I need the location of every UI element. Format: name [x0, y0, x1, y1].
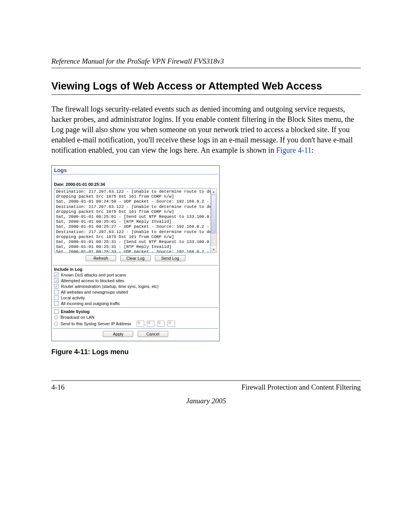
header-rule — [51, 68, 361, 68]
include-label: Attempted access to blocked sites — [61, 278, 124, 283]
header-reference: Reference Manual for the ProSafe VPN Fir… — [51, 57, 361, 66]
log-textarea[interactable]: Destination: 217.207.63.122 - [Unable to… — [54, 188, 211, 253]
radio-icon[interactable] — [54, 322, 58, 326]
logs-panel-rule — [53, 174, 218, 174]
log-buttons-row: Refresh Clear Log Send Log — [52, 255, 219, 261]
include-label: Local activity — [61, 296, 85, 300]
ip-octet-4[interactable]: 0 — [167, 321, 175, 327]
figure-reference-link[interactable]: Figure 4-11 — [276, 146, 311, 154]
page-number: 4-16 — [51, 383, 65, 391]
scroll-down-icon[interactable]: ▾ — [211, 246, 217, 252]
include-label: Known DoS attacks and port scans — [61, 273, 126, 277]
log-scrollbar[interactable]: ▴ ▾ — [211, 188, 217, 253]
section-title: Viewing Logs of Web Access or Attempted … — [51, 80, 361, 92]
cancel-button[interactable]: Cancel — [138, 331, 168, 337]
include-item-traffic: All incoming and outgoing traffic — [54, 301, 217, 306]
checkbox-icon[interactable] — [54, 296, 59, 300]
bottom-buttons-row: Apply Cancel — [52, 331, 219, 337]
include-label: Router administration (startup, time syn… — [61, 284, 159, 289]
footer-date: January 2005 — [51, 397, 361, 405]
radio-icon[interactable] — [54, 315, 58, 320]
body-paragraph: The firewall logs security-related event… — [51, 104, 361, 155]
figure-caption: Figure 4-11: Logs menu — [51, 348, 361, 356]
ip-address-input: 0. 0. 0. 0 — [137, 321, 175, 327]
footer-section: Firewall Protection and Content Filterin… — [242, 383, 361, 391]
include-item-admin: ✓ Router administration (startup, time s… — [54, 284, 217, 289]
title-rule — [51, 94, 361, 95]
include-item-websites: All websites and newsgroups visited — [54, 290, 217, 294]
divider — [53, 307, 218, 308]
checkbox-icon[interactable]: ✓ — [54, 284, 59, 289]
enable-syslog-label: Enable Syslog — [61, 309, 89, 314]
scroll-thumb[interactable] — [211, 195, 216, 233]
checkbox-icon[interactable]: ✓ — [54, 273, 59, 277]
syslog-broadcast-row: Broadcast on LAN — [54, 315, 217, 320]
checkbox-icon[interactable] — [54, 290, 59, 294]
logs-panel-title: Logs — [52, 166, 219, 174]
scroll-up-icon[interactable]: ▴ — [211, 189, 217, 195]
syslog-broadcast-label: Broadcast on LAN — [61, 315, 94, 320]
page: Reference Manual for the ProSafe VPN Fir… — [0, 0, 411, 428]
apply-button[interactable]: Apply — [103, 331, 133, 337]
include-in-log-title: Include in Log — [54, 267, 217, 272]
logs-screenshot: Logs Date: 2000-01-01 00:25:34 Destinati… — [51, 165, 220, 341]
divider — [53, 265, 218, 265]
checkbox-icon[interactable]: ✓ — [54, 278, 59, 283]
checkbox-icon[interactable] — [54, 309, 59, 314]
ip-octet-3[interactable]: 0 — [157, 321, 165, 327]
include-label: All websites and newsgroups visited — [61, 290, 128, 294]
footer-rule — [51, 380, 361, 381]
send-log-button[interactable]: Send Log — [155, 255, 185, 261]
ip-octet-1[interactable]: 0 — [137, 321, 144, 327]
include-label: All incoming and outgoing traffic — [61, 301, 120, 306]
include-item-blocked: ✓ Attempted access to blocked sites — [54, 278, 217, 283]
refresh-button[interactable]: Refresh — [86, 255, 116, 261]
syslog-server-label: Send to this Syslog Server IP Address — [61, 321, 131, 326]
paragraph-colon: : — [312, 146, 314, 154]
log-textarea-wrapper: Destination: 217.207.63.122 - [Unable to… — [54, 188, 217, 253]
ip-octet-2[interactable]: 0 — [147, 321, 155, 327]
scroll-track[interactable] — [211, 195, 217, 246]
include-item-dos: ✓ Known DoS attacks and port scans — [54, 273, 217, 277]
checkbox-icon[interactable] — [54, 301, 59, 306]
syslog-server-row: Send to this Syslog Server IP Address 0.… — [54, 321, 217, 327]
page-footer: 4-16 Firewall Protection and Content Fil… — [51, 380, 361, 405]
enable-syslog-row: Enable Syslog — [54, 309, 217, 314]
include-item-local: Local activity — [54, 296, 217, 300]
divider — [53, 328, 218, 329]
log-date: Date: 2000-01-01 00:25:34 — [54, 182, 217, 187]
clear-log-button[interactable]: Clear Log — [120, 255, 151, 261]
